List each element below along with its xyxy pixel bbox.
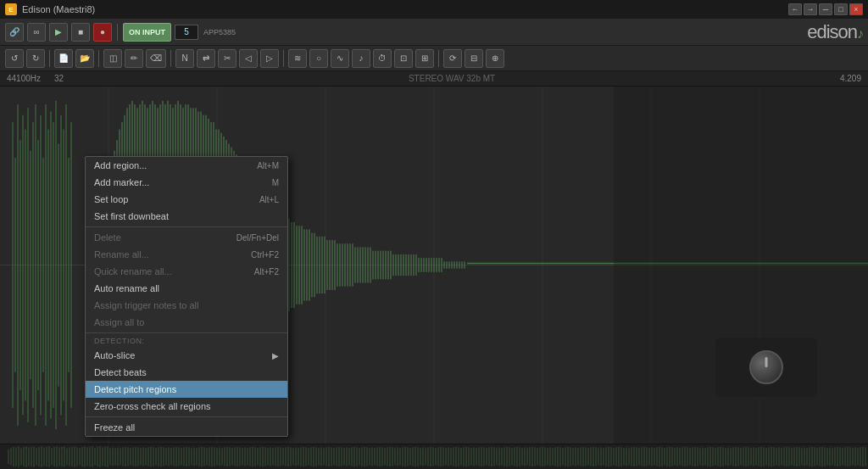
delete-item[interactable]: Delete Del/Fn+Del [86, 229, 287, 246]
snap-btn[interactable]: ⊟ [465, 49, 483, 68]
window-controls[interactable]: ← → ─ □ × [788, 3, 863, 15]
eq-btn[interactable]: ≋ [288, 49, 307, 68]
draw-tool[interactable]: ✏ [125, 49, 143, 68]
set-downbeat-item[interactable]: Set first downbeat [86, 208, 287, 225]
fade-in-btn[interactable]: ◁ [239, 49, 258, 68]
select-tool[interactable]: ◫ [103, 49, 122, 68]
menu-separator-1 [86, 226, 287, 227]
mini-waveform-strip[interactable] [0, 444, 868, 469]
time-btn[interactable]: ⏱ [373, 49, 392, 68]
comp-btn[interactable]: ○ [309, 49, 328, 68]
info-bar: 44100Hz 32 STEREO WAV 32b MT 4.209 [0, 71, 868, 87]
verb-btn[interactable]: ∿ [331, 49, 349, 68]
link-btn[interactable]: 🔗 [5, 23, 24, 42]
input-number-box[interactable]: 5 [175, 25, 198, 40]
nav-forward-btn[interactable]: → [804, 3, 817, 15]
duration-info: 4.209 [840, 74, 861, 83]
detect-beats-label: Detect beats [94, 367, 147, 377]
redo-btn[interactable]: ↻ [26, 49, 45, 68]
erase-tool[interactable]: ⌫ [146, 49, 166, 68]
normalize-btn[interactable]: N [175, 49, 194, 68]
detection-section-label: Detection: [86, 335, 287, 347]
quick-rename-shortcut: Alt+F2 [254, 267, 279, 276]
main-toolbar: 🔗 ∞ ▶ ■ ● ON INPUT 5 APP5385 edison♪ [0, 19, 868, 46]
zoom-btn[interactable]: ⊕ [486, 49, 504, 68]
sep4 [283, 50, 284, 67]
set-loop-label: Set loop [94, 194, 128, 204]
play-btn[interactable]: ▶ [49, 23, 68, 42]
zero-cross-item[interactable]: Zero-cross check all regions [86, 398, 287, 415]
detect-beats-item[interactable]: Detect beats [86, 364, 287, 381]
submenu-arrow: ▶ [272, 351, 279, 360]
set-loop-item[interactable]: Set loop Alt+L [86, 191, 287, 208]
freeze-all-label: Freeze all [94, 422, 135, 433]
tools-toolbar: ↺ ↻ 📄 📂 ◫ ✏ ⌫ N ⇄ ✂ ◁ ▷ ≋ ○ ∿ ♪ ⏱ ⊡ ⊞ ⟳ … [0, 46, 868, 71]
stop-btn[interactable]: ■ [71, 23, 90, 42]
pitch-btn[interactable]: ♪ [352, 49, 370, 68]
open-btn[interactable]: 📂 [75, 49, 94, 68]
set-downbeat-label: Set first downbeat [94, 211, 169, 221]
mini-waveform-svg [0, 444, 868, 469]
sep2 [98, 50, 99, 67]
add-marker-label: Add marker... [94, 177, 149, 187]
rename-all-label: Rename all... [94, 249, 149, 260]
assign-all-item[interactable]: Assign all to [86, 314, 287, 331]
add-region-shortcut: Alt+M [257, 161, 279, 170]
title-bar: E Edison (Maestri8) ← → ─ □ × [0, 0, 868, 19]
detect-pitch-regions-item[interactable]: Detect pitch regions [86, 381, 287, 398]
app-logo: edison♪ [807, 21, 863, 43]
bit-depth: 32 [54, 74, 64, 83]
assign-trigger-item[interactable]: Assign trigger notes to all [86, 297, 287, 314]
denoise-btn[interactable]: ⊞ [415, 49, 434, 68]
sep [49, 50, 50, 67]
minimize-btn[interactable]: ─ [819, 3, 832, 15]
on-input-toggle[interactable]: ON INPUT [123, 23, 171, 42]
sample-rate: 44100Hz [7, 74, 41, 83]
record-btn[interactable]: ● [93, 23, 112, 42]
zero-cross-label: Zero-cross check all regions [94, 401, 211, 411]
undo-btn[interactable]: ↺ [5, 49, 24, 68]
on-input-label: ON INPUT [129, 28, 165, 36]
knob-area [715, 338, 817, 397]
app-icon: E [5, 3, 17, 15]
app-label: APP5385 [203, 28, 236, 36]
trim-btn[interactable]: ✂ [218, 49, 236, 68]
auto-rename-label: Auto rename all [94, 283, 159, 293]
add-region-item[interactable]: Add region... Alt+M [86, 157, 287, 174]
close-btn[interactable]: × [849, 3, 863, 15]
assign-trigger-label: Assign trigger notes to all [94, 300, 199, 310]
add-marker-shortcut: M [272, 178, 279, 187]
auto-rename-item[interactable]: Auto rename all [86, 280, 287, 297]
set-loop-shortcut: Alt+L [259, 195, 279, 204]
sep3 [170, 50, 171, 67]
loop-record-btn[interactable]: ⟳ [443, 49, 462, 68]
fade-out-btn[interactable]: ▷ [260, 49, 279, 68]
quick-rename-label: Quick rename all... [94, 266, 172, 276]
menu-separator-2 [86, 332, 287, 333]
rename-all-shortcut: Ctrl+F2 [251, 250, 279, 260]
quick-rename-item[interactable]: Quick rename all... Alt+F2 [86, 263, 287, 280]
add-region-label: Add region... [94, 160, 147, 170]
main-knob[interactable] [749, 350, 783, 384]
declick-btn[interactable]: ⊡ [394, 49, 413, 68]
add-marker-item[interactable]: Add marker... M [86, 174, 287, 191]
titlebar-left: E Edison (Maestri8) [5, 3, 95, 15]
app-title: Edison (Maestri8) [22, 4, 95, 14]
separator [117, 24, 118, 41]
rename-all-item[interactable]: Rename all... Ctrl+F2 [86, 246, 287, 263]
menu-separator-3 [86, 416, 287, 417]
auto-slice-item[interactable]: Auto-slice ▶ [86, 347, 287, 364]
loop-btn[interactable]: ∞ [27, 23, 46, 42]
sep5 [438, 50, 439, 67]
auto-slice-label: Auto-slice [94, 350, 135, 360]
maximize-btn[interactable]: □ [834, 3, 848, 15]
detect-pitch-label: Detect pitch regions [94, 384, 176, 394]
nav-back-btn[interactable]: ← [788, 3, 802, 15]
freeze-all-item[interactable]: Freeze all [86, 419, 287, 436]
reverse-btn[interactable]: ⇄ [197, 49, 215, 68]
delete-label: Delete [94, 232, 121, 243]
context-menu: Add region... Alt+M Add marker... M Set … [85, 156, 288, 437]
format-info: STEREO WAV 32b MT [409, 74, 495, 83]
main-area: Add region... Alt+M Add marker... M Set … [0, 87, 868, 444]
new-btn[interactable]: 📄 [54, 49, 73, 68]
